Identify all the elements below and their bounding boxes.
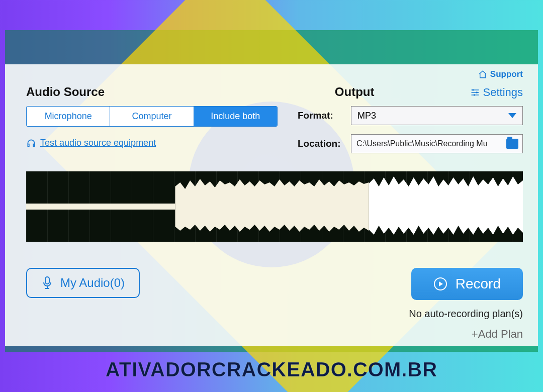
home-icon	[478, 70, 487, 79]
my-audio-button[interactable]: My Audio(0)	[26, 268, 140, 298]
test-audio-label: Test audio source equipment	[40, 138, 156, 148]
svg-point-1	[476, 91, 477, 93]
output-title: Output	[335, 85, 375, 99]
format-label: Format:	[298, 110, 344, 121]
svg-point-2	[473, 94, 475, 95]
svg-rect-3	[26, 204, 175, 210]
tab-microphone[interactable]: Microphone	[27, 107, 110, 126]
settings-label: Settings	[483, 86, 523, 99]
audio-source-tabs: Microphone Computer Include both	[26, 106, 278, 127]
folder-icon[interactable]	[506, 139, 518, 149]
sliders-icon	[470, 87, 480, 97]
chevron-down-icon	[508, 113, 516, 118]
audio-source-title: Audio Source	[26, 85, 105, 99]
watermark-text: ATIVADORCRACKEADO.COM.BR	[0, 358, 543, 381]
support-link[interactable]: Support	[478, 69, 523, 79]
location-label: Location:	[298, 138, 344, 149]
support-label: Support	[490, 69, 523, 79]
headphones-icon	[26, 138, 36, 148]
settings-link[interactable]: Settings	[470, 86, 523, 99]
location-field[interactable]: C:\Users\Public\Music\Recording Mu	[351, 134, 523, 153]
tab-computer[interactable]: Computer	[110, 107, 194, 126]
record-button[interactable]: Record	[411, 268, 523, 300]
location-value: C:\Users\Public\Music\Recording Mu	[356, 139, 502, 148]
format-dropdown[interactable]: MP3	[351, 106, 523, 125]
microphone-icon	[41, 276, 53, 290]
waveform-display	[26, 171, 523, 242]
waveform-svg	[26, 171, 523, 242]
format-value: MP3	[357, 111, 376, 121]
app-panel: Support Audio Source Output Settings Mic…	[5, 64, 538, 346]
test-audio-link[interactable]: Test audio source equipment	[26, 138, 156, 148]
svg-rect-4	[45, 277, 49, 284]
tab-include-both[interactable]: Include both	[194, 107, 277, 126]
my-audio-label: My Audio(0)	[60, 276, 125, 290]
record-label: Record	[456, 276, 501, 292]
add-plan-link[interactable]: +Add Plan	[409, 328, 523, 341]
svg-point-0	[472, 89, 474, 90]
play-circle-icon	[433, 277, 447, 291]
plan-status: No auto-recording plan(s)	[409, 308, 523, 320]
